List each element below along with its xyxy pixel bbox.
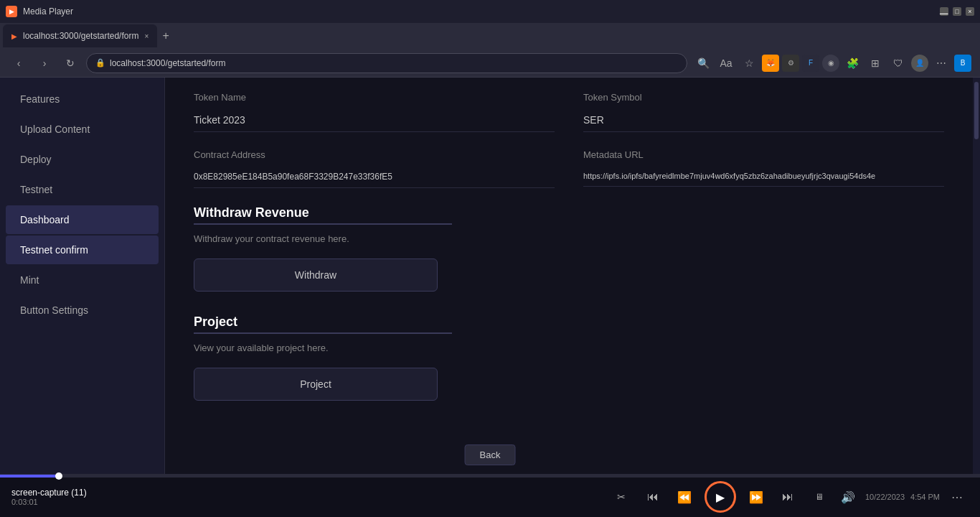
scroll-thumb[interactable]: [974, 82, 979, 139]
fast-forward-btn[interactable]: ⏩: [745, 485, 768, 508]
token-name-label: Token Name: [194, 92, 555, 103]
back-button[interactable]: Back: [465, 444, 516, 465]
app-name: Media Player: [23, 6, 73, 17]
tab-title: localhost:3000/getstarted/form: [23, 31, 138, 41]
contract-address-field: Contract Address 0x8E82985eE184B5a90fea6…: [194, 149, 555, 188]
contract-metadata-row: Contract Address 0x8E82985eE184B5a90fea6…: [194, 149, 944, 188]
withdraw-button[interactable]: Withdraw: [194, 258, 438, 292]
media-time: 4:54 PM: [910, 493, 940, 501]
read-icon[interactable]: Aa: [716, 53, 736, 73]
project-button[interactable]: Project: [194, 368, 438, 401]
skip-forward-btn[interactable]: ⏭: [776, 485, 799, 508]
media-filename: screen-capture (11): [11, 488, 601, 498]
media-info: screen-capture (11) 0:03:01: [11, 488, 601, 506]
contract-address-value: 0x8E82985eE184B5a90fea68F3329B247e33f36f…: [194, 166, 555, 188]
token-info-row: Token Name Ticket 2023 Token Symbol SER: [194, 92, 944, 132]
app-icon: ▶: [6, 6, 17, 17]
nav-bar: ‹ › ↻ 🔒 localhost:3000/getstarted/form 🔍…: [0, 49, 980, 78]
main-container: Features Upload Content Deploy Testnet D…: [0, 78, 980, 474]
menu-btn[interactable]: ⋯: [931, 53, 951, 73]
withdraw-title: Withdraw Revenue: [194, 205, 944, 220]
project-section: Project View your available project here…: [194, 315, 944, 401]
play-btn[interactable]: ▶: [705, 481, 736, 513]
project-description: View your available project here.: [194, 343, 944, 353]
token-symbol-field: Token Symbol SER: [583, 92, 944, 132]
nav-icons: 🔍 Aa ☆ 🦊 ⚙ F ◉ 🧩 ⊞ 🛡 👤 ⋯ B: [693, 53, 971, 73]
more-btn[interactable]: ⋯: [946, 485, 969, 508]
ext5-icon[interactable]: 🧩: [842, 53, 862, 73]
ext1-icon[interactable]: 🦊: [762, 55, 779, 72]
scrollbar[interactable]: [973, 78, 980, 474]
media-right-controls: 🖥 🔊 10/22/2023 4:54 PM ⋯: [808, 485, 969, 508]
metadata-url-field: Metadata URL https://ipfs.io/ipfs/bafyre…: [583, 149, 944, 188]
star-icon[interactable]: ☆: [739, 53, 759, 73]
media-progress-track[interactable]: [0, 475, 980, 478]
sidebar-item-testnet-confirm[interactable]: Testnet confirm: [6, 236, 159, 264]
project-title: Project: [194, 315, 944, 330]
tab-bar: ▶ localhost:3000/getstarted/form × +: [0, 23, 980, 49]
back-nav-btn[interactable]: ‹: [9, 53, 29, 73]
sidebar-item-mint[interactable]: Mint: [6, 266, 159, 294]
token-symbol-label: Token Symbol: [583, 92, 944, 103]
project-divider: [194, 332, 452, 334]
address-bar[interactable]: 🔒 localhost:3000/getstarted/form: [86, 53, 687, 73]
ext3-icon[interactable]: F: [802, 55, 819, 72]
token-symbol-value: SER: [583, 108, 944, 132]
contract-address-label: Contract Address: [194, 149, 555, 160]
lock-icon: 🔒: [95, 58, 105, 67]
withdraw-description: Withdraw your contract revenue here.: [194, 233, 944, 244]
new-tab-btn[interactable]: +: [157, 27, 174, 45]
metadata-url-value: https://ipfs.io/ipfs/bafyreidlmbe7mjuv4w…: [583, 166, 944, 187]
title-bar: ▶ Media Player ─ □ ×: [0, 0, 980, 23]
token-name-field: Token Name Ticket 2023: [194, 92, 555, 132]
sidebar-item-button-settings[interactable]: Button Settings: [6, 296, 159, 325]
active-tab[interactable]: ▶ localhost:3000/getstarted/form ×: [3, 24, 157, 47]
browser-chrome: ▶ Media Player ─ □ × ▶ localhost:3000/ge…: [0, 0, 980, 78]
maximize-btn[interactable]: □: [953, 7, 961, 16]
sidebar: Features Upload Content Deploy Testnet D…: [0, 78, 165, 474]
ext4-icon[interactable]: ◉: [822, 55, 839, 72]
url-text: localhost:3000/getstarted/form: [110, 58, 225, 68]
media-progress-dot: [55, 472, 62, 480]
monitor-toggle-btn[interactable]: 🖥: [808, 485, 831, 508]
bing-btn[interactable]: B: [954, 55, 971, 72]
media-controls: screen-capture (11) 0:03:01 ✂ ⏮ ⏪ ▶ ⏩ ⏭ …: [0, 478, 980, 517]
close-btn[interactable]: ×: [966, 7, 974, 16]
forward-nav-btn[interactable]: ›: [34, 53, 55, 73]
profile-icon[interactable]: 👤: [911, 55, 928, 72]
withdraw-divider: [194, 223, 452, 225]
sidebar-item-upload-content[interactable]: Upload Content: [6, 115, 159, 144]
ext7-icon[interactable]: 🛡: [888, 53, 908, 73]
sidebar-item-dashboard[interactable]: Dashboard: [6, 205, 159, 234]
volume-btn[interactable]: 🔊: [837, 485, 859, 508]
token-name-value: Ticket 2023: [194, 108, 555, 132]
withdraw-section: Withdraw Revenue Withdraw your contract …: [194, 205, 944, 292]
scissors-btn[interactable]: ✂: [610, 485, 633, 508]
ext2-icon[interactable]: ⚙: [782, 55, 799, 72]
metadata-url-label: Metadata URL: [583, 149, 944, 160]
media-timestamp: 0:03:01: [11, 498, 601, 506]
tab-close-btn[interactable]: ×: [144, 32, 149, 40]
refresh-btn[interactable]: ↻: [60, 53, 80, 73]
sidebar-item-deploy[interactable]: Deploy: [6, 145, 159, 174]
rewind-btn[interactable]: ⏪: [673, 485, 696, 508]
skip-back-btn[interactable]: ⏮: [641, 485, 664, 508]
media-player-bar: screen-capture (11) 0:03:01 ✂ ⏮ ⏪ ▶ ⏩ ⏭ …: [0, 474, 980, 517]
ext6-icon[interactable]: ⊞: [865, 53, 885, 73]
zoom-icon[interactable]: 🔍: [693, 53, 713, 73]
media-date: 10/22/2023: [865, 493, 905, 501]
media-progress-fill: [0, 475, 59, 478]
sidebar-item-testnet[interactable]: Testnet: [6, 175, 159, 204]
sidebar-item-features[interactable]: Features: [6, 85, 159, 113]
minimize-btn[interactable]: ─: [940, 7, 948, 16]
content-area: Token Name Ticket 2023 Token Symbol SER …: [165, 78, 973, 474]
